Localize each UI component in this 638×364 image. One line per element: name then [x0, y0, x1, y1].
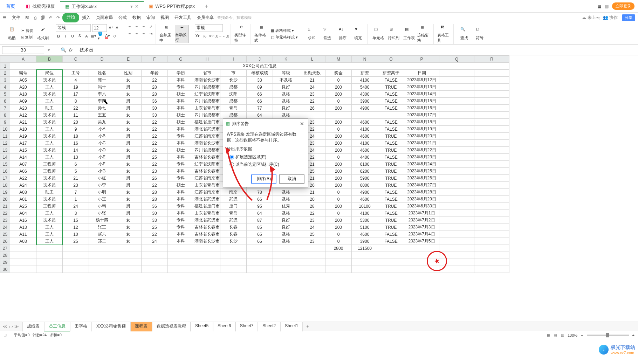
data-cell[interactable]: 李四	[89, 98, 115, 105]
data-cell[interactable]: 200	[325, 91, 352, 98]
worksheet-button[interactable]: ▤工作表	[402, 25, 416, 43]
data-cell[interactable]: 22	[299, 98, 325, 105]
data-cell[interactable]: 辽宁省沈阳市	[194, 161, 220, 168]
radio-extend-input[interactable]	[229, 155, 234, 159]
data-cell[interactable]: 200	[325, 175, 352, 182]
data-cell[interactable]: 郑二	[89, 238, 115, 245]
data-cell[interactable]: TRUE	[378, 161, 404, 168]
tab-close-icon[interactable]: ✕	[135, 4, 139, 9]
type-convert-button[interactable]: ⟳ 类型转换	[234, 25, 248, 43]
data-cell[interactable]: 工人	[36, 84, 63, 91]
data-cell[interactable]: A03	[10, 238, 36, 245]
fx-tool-icon[interactable]: 🔍	[61, 47, 66, 53]
data-cell[interactable]: 33	[142, 217, 168, 224]
column-header-M[interactable]: M	[325, 56, 352, 63]
data-cell[interactable]: 福建省厦门市	[194, 203, 220, 210]
data-cell[interactable]: FALSE	[378, 77, 404, 84]
data-cell[interactable]: 女	[115, 126, 142, 133]
data-cell[interactable]: 5900	[352, 175, 378, 182]
data-cell[interactable]: 6200	[352, 168, 378, 175]
data-cell[interactable]: 89	[247, 84, 273, 91]
data-cell[interactable]: 2023年6月25日	[404, 168, 439, 175]
data-cell[interactable]: 78	[247, 189, 273, 196]
data-cell[interactable]: 22	[142, 77, 168, 84]
data-cell[interactable]: 小G	[89, 168, 115, 175]
column-header-L[interactable]: L	[299, 56, 325, 63]
data-cell[interactable]: 沈阳	[220, 91, 247, 98]
data-cell[interactable]: 2023年7月2日	[404, 217, 439, 224]
data-cell[interactable]: 男	[115, 133, 142, 140]
data-cell[interactable]: 女	[115, 168, 142, 175]
data-cell[interactable]: 本科	[168, 126, 194, 133]
data-cell[interactable]: 9	[63, 126, 89, 133]
data-cell[interactable]: 长春	[220, 231, 247, 238]
number-format-combo[interactable]: 常规	[195, 24, 223, 32]
header-cell[interactable]: 考核成绩	[247, 70, 273, 77]
menu-数据[interactable]: 数据	[130, 13, 144, 22]
sum-button[interactable]: Σ求和	[305, 25, 319, 43]
data-cell[interactable]: 3900	[352, 98, 378, 105]
data-cell[interactable]: 专科	[168, 133, 194, 140]
data-cell[interactable]: A16	[10, 217, 36, 224]
data-cell[interactable]: 22	[142, 161, 168, 168]
data-cell[interactable]: 21	[63, 175, 89, 182]
data-cell[interactable]: FALSE	[378, 119, 404, 126]
grid-view-icon[interactable]: ▦	[597, 4, 601, 9]
data-cell[interactable]: A22	[10, 175, 36, 182]
spreadsheet-grid[interactable]: ABCDEFGHIJKLMNOPQR1XXX公司员工信息2编号岗位工号姓名性别年…	[0, 55, 638, 322]
radio-extend-selection[interactable]: 扩展选定区域(E)	[227, 153, 304, 161]
data-cell[interactable]: 19	[63, 84, 89, 91]
data-cell[interactable]: 本科	[168, 210, 194, 217]
data-cell[interactable]: 本科	[168, 140, 194, 147]
data-cell[interactable]: 成都	[220, 84, 247, 91]
data-cell[interactable]: 22	[63, 105, 89, 112]
data-cell[interactable]: 4600	[352, 196, 378, 203]
data-cell[interactable]: 0	[325, 210, 352, 217]
italic-icon[interactable]: I	[63, 33, 68, 39]
data-cell[interactable]: 4100	[352, 126, 378, 133]
data-cell[interactable]: 女	[115, 112, 142, 119]
data-cell[interactable]: 4900	[352, 105, 378, 112]
data-cell[interactable]: 南京	[220, 189, 247, 196]
data-cell[interactable]: 4600	[352, 133, 378, 140]
data-cell[interactable]: 女	[115, 224, 142, 231]
data-cell[interactable]: 17	[63, 91, 89, 98]
header-cell[interactable]: 年龄	[142, 70, 168, 77]
data-cell[interactable]: A08	[10, 189, 36, 196]
data-cell[interactable]: 8	[63, 98, 89, 105]
data-cell[interactable]: 22	[299, 210, 325, 217]
underline-icon[interactable]: U	[70, 33, 75, 39]
strikethrough-icon[interactable]: S̶	[77, 33, 82, 39]
align-middle-icon[interactable]: ≡	[134, 24, 139, 30]
data-cell[interactable]: 20	[299, 196, 325, 203]
symbols-button[interactable]: Ω符号	[473, 25, 487, 43]
data-cell[interactable]: FALSE	[378, 105, 404, 112]
column-header-E[interactable]: E	[115, 56, 142, 63]
data-cell[interactable]: A14	[10, 154, 36, 161]
column-header-H[interactable]: H	[194, 56, 220, 63]
column-header-Q[interactable]: Q	[439, 56, 474, 63]
data-cell[interactable]: 男	[115, 203, 142, 210]
data-cell[interactable]: 64	[247, 112, 273, 119]
data-cell[interactable]: 200	[325, 140, 352, 147]
data-cell[interactable]: 技术员	[36, 217, 63, 224]
menu-视图[interactable]: 视图	[158, 13, 172, 22]
data-cell[interactable]: 本科	[168, 238, 194, 245]
data-cell[interactable]	[378, 112, 404, 119]
data-cell[interactable]: 成都	[220, 112, 247, 119]
cloud-status[interactable]: ☁ 未上云	[582, 15, 600, 21]
data-cell[interactable]: TRUE	[378, 175, 404, 182]
column-header-K[interactable]: K	[273, 56, 299, 63]
copy-button[interactable]: ⎘ 复制	[20, 34, 34, 40]
menu-会员专享[interactable]: 会员专享	[194, 13, 217, 22]
data-cell[interactable]: 辽宁省沈阳市	[194, 91, 220, 98]
data-cell[interactable]: 22	[142, 119, 168, 126]
header-cell[interactable]: 学历	[168, 70, 194, 77]
list-view-icon[interactable]: ▥	[605, 4, 609, 9]
data-cell[interactable]: 男	[115, 84, 142, 91]
view-normal-icon[interactable]: ▦	[547, 333, 550, 337]
data-cell[interactable]: 硕士	[168, 112, 194, 119]
data-cell[interactable]: 21	[299, 189, 325, 196]
data-cell[interactable]: 本科	[168, 105, 194, 112]
data-cell[interactable]: 2023年6月30日	[404, 203, 439, 210]
